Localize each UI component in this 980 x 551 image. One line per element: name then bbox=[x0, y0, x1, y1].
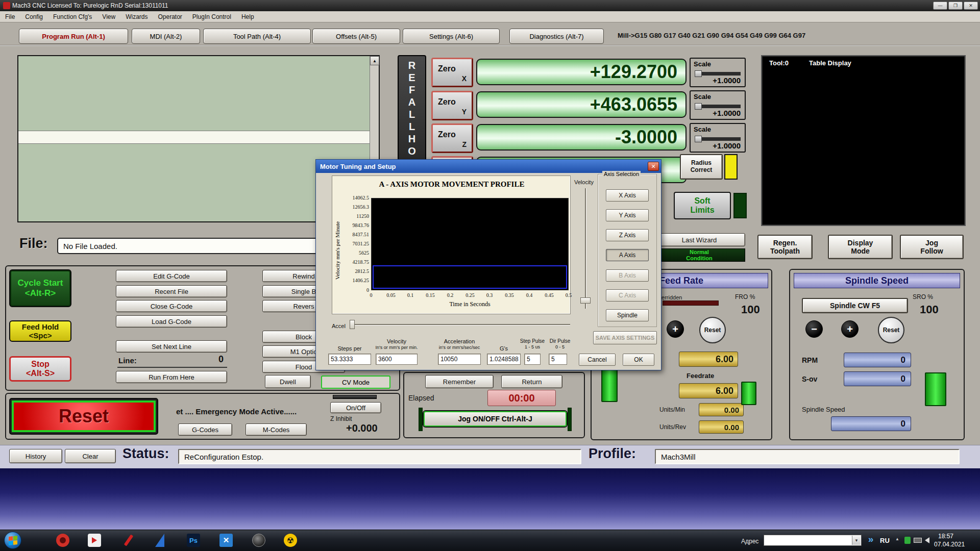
minimize-button[interactable]: — bbox=[933, 2, 947, 10]
tray-chevron-icon[interactable]: ▲ bbox=[895, 537, 899, 541]
zero-z-button[interactable]: Zero Z bbox=[431, 123, 473, 153]
menu-item-function-cfgs[interactable]: Function Cfg's bbox=[48, 13, 97, 20]
fro-dro[interactable]: 6.00 bbox=[679, 352, 738, 367]
return-button[interactable]: Return bbox=[501, 375, 562, 388]
tray-battery-icon[interactable] bbox=[914, 538, 922, 543]
dro-y-axis[interactable]: +463.0655 bbox=[476, 91, 687, 118]
taskbar-item-pen-tool[interactable] bbox=[119, 531, 138, 549]
close-gcode-button[interactable]: Close G-Code bbox=[116, 300, 227, 312]
address-input[interactable]: ▼ bbox=[764, 535, 862, 546]
spindle-axis-button[interactable]: Spindle bbox=[606, 309, 649, 321]
spindle-speed-dro[interactable]: 0 bbox=[831, 416, 911, 431]
menu-item-config[interactable]: Config bbox=[20, 13, 48, 20]
units-min-dro[interactable]: 0.00 bbox=[699, 403, 744, 416]
a-axis-button[interactable]: A Axis bbox=[606, 249, 649, 261]
velocity-field[interactable]: 3600 bbox=[376, 354, 418, 365]
feed-plus-button[interactable]: + bbox=[667, 320, 684, 338]
zero-y-button[interactable]: Zero Y bbox=[431, 91, 473, 120]
radius-correct-button[interactable]: Radius Correct bbox=[680, 154, 723, 180]
acceleration-field[interactable]: 10050 bbox=[438, 354, 481, 365]
display-mode-button[interactable]: Display Mode bbox=[828, 235, 893, 259]
tab-mdi[interactable]: MDI (Alt-2) bbox=[132, 29, 200, 44]
spindle-cw-button[interactable]: Spindle CW F5 bbox=[802, 298, 908, 313]
cv-mode-indicator[interactable]: CV Mode bbox=[321, 375, 390, 389]
accel-slider-thumb[interactable] bbox=[350, 320, 355, 329]
taskbar-item-browser[interactable] bbox=[53, 531, 72, 549]
taskbar-item-diagram-app[interactable]: ✕ bbox=[216, 531, 236, 549]
feed-reset-button[interactable]: Reset bbox=[699, 317, 726, 343]
zero-x-button[interactable]: Zero X bbox=[431, 58, 473, 87]
maximize-button[interactable]: ❐ bbox=[948, 2, 963, 10]
velocity-slider-thumb[interactable] bbox=[580, 297, 591, 304]
menu-item-wizards[interactable]: Wizards bbox=[120, 13, 153, 20]
tab-offsets[interactable]: Offsets (Alt-5) bbox=[312, 29, 400, 44]
gs-field[interactable]: 1.0248588 bbox=[487, 354, 521, 365]
tray-shield-icon[interactable] bbox=[904, 537, 911, 544]
stop-button[interactable]: Stop <Alt-S> bbox=[9, 356, 71, 382]
scroll-up-button[interactable]: ▲ bbox=[370, 56, 379, 65]
spindle-plus-button[interactable]: + bbox=[841, 320, 859, 338]
menu-item-help[interactable]: Help bbox=[236, 13, 259, 20]
tray-volume-icon[interactable] bbox=[925, 537, 929, 543]
mcodes-button[interactable]: M-Codes bbox=[246, 423, 307, 436]
clock-time[interactable]: 18:57 bbox=[938, 533, 974, 540]
recent-file-button[interactable]: Recent File bbox=[116, 285, 227, 297]
scale-z-widget[interactable]: Scale +1.0000 bbox=[690, 123, 746, 153]
load-gcode-button[interactable]: Load G-Code bbox=[116, 315, 227, 328]
jog-onoff-button[interactable]: Jog ON/OFF Ctrl-Alt-J bbox=[424, 411, 567, 427]
profile-field[interactable]: Mach3Mill bbox=[655, 449, 960, 464]
start-button[interactable] bbox=[4, 532, 21, 549]
scale-y-widget[interactable]: Scale +1.0000 bbox=[690, 90, 746, 120]
status-field[interactable]: ReConfiguration Estop. bbox=[178, 449, 581, 464]
address-go-icon[interactable]: » bbox=[865, 534, 877, 547]
save-axis-settings-button[interactable]: SAVE AXIS SETTINGS bbox=[593, 331, 657, 344]
history-button[interactable]: History bbox=[9, 449, 62, 463]
jog-follow-button[interactable]: Jog Follow bbox=[900, 235, 964, 259]
remember-button[interactable]: Remember bbox=[425, 375, 494, 388]
dwell-button[interactable]: Dwell bbox=[265, 375, 311, 388]
b-axis-button[interactable]: B Axis bbox=[606, 269, 649, 282]
ok-button[interactable]: OK bbox=[623, 354, 654, 366]
scale-x-slider-thumb[interactable] bbox=[695, 70, 702, 77]
cycle-start-button[interactable]: Cycle Start <Alt-R> bbox=[9, 269, 71, 307]
step-pulse-field[interactable]: 5 bbox=[524, 354, 541, 365]
scale-x-widget[interactable]: Scale +1.0000 bbox=[690, 58, 746, 87]
scale-y-slider-thumb[interactable] bbox=[695, 103, 702, 110]
taskbar-item-radiation-app[interactable]: ☢ bbox=[281, 531, 300, 549]
units-rev-dro[interactable]: 0.00 bbox=[699, 420, 744, 434]
clear-button[interactable]: Clear bbox=[65, 449, 116, 463]
taskbar-item-sail-app[interactable] bbox=[150, 531, 169, 549]
menu-item-plugin-control[interactable]: PlugIn Control bbox=[187, 13, 236, 20]
toolpath-display[interactable]: Tool:0 Table Display bbox=[761, 55, 966, 226]
fro-slider[interactable] bbox=[663, 300, 719, 306]
feed-hold-button[interactable]: Feed Hold <Spc> bbox=[9, 320, 71, 342]
onoff-button[interactable]: On/Off bbox=[330, 402, 381, 413]
menu-item-file[interactable]: File bbox=[0, 13, 20, 20]
rpm-dro[interactable]: 0 bbox=[844, 353, 911, 367]
x-axis-button[interactable]: X Axis bbox=[606, 189, 649, 202]
set-next-line-button[interactable]: Set Next Line bbox=[116, 340, 227, 353]
tab-tool-path[interactable]: Tool Path (Alt-4) bbox=[203, 29, 311, 44]
reset-button[interactable]: Reset bbox=[12, 400, 156, 432]
sov-dro[interactable]: 0 bbox=[844, 371, 911, 386]
dir-pulse-field[interactable]: 5 bbox=[549, 354, 567, 365]
cancel-button[interactable]: Cancel bbox=[579, 354, 616, 366]
close-button[interactable]: ✕ bbox=[964, 2, 978, 10]
accel-slider[interactable] bbox=[350, 320, 570, 329]
soft-limits-button[interactable]: Soft Limits bbox=[674, 192, 731, 219]
language-indicator[interactable]: RU bbox=[880, 537, 890, 544]
y-axis-button[interactable]: Y Axis bbox=[606, 209, 649, 221]
z-axis-button[interactable]: Z Axis bbox=[606, 229, 649, 241]
last-wizard-button[interactable]: Last Wizard bbox=[653, 233, 745, 246]
taskbar-item-camera-app[interactable] bbox=[249, 531, 268, 549]
menu-item-view[interactable]: View bbox=[97, 13, 120, 20]
tab-program-run[interactable]: Program Run (Alt-1) bbox=[19, 29, 128, 44]
scale-z-slider-thumb[interactable] bbox=[695, 136, 702, 142]
run-from-here-button[interactable]: Run From Here bbox=[116, 371, 227, 383]
tab-settings[interactable]: Settings (Alt-6) bbox=[403, 29, 500, 44]
address-dropdown-button[interactable]: ▼ bbox=[852, 536, 861, 545]
feedrate-dro[interactable]: 6.00 bbox=[679, 383, 738, 398]
clock-date[interactable]: 07.04.2021 bbox=[934, 541, 974, 548]
taskbar-item-media-player[interactable] bbox=[85, 531, 104, 549]
menu-item-operator[interactable]: Operator bbox=[153, 13, 187, 20]
